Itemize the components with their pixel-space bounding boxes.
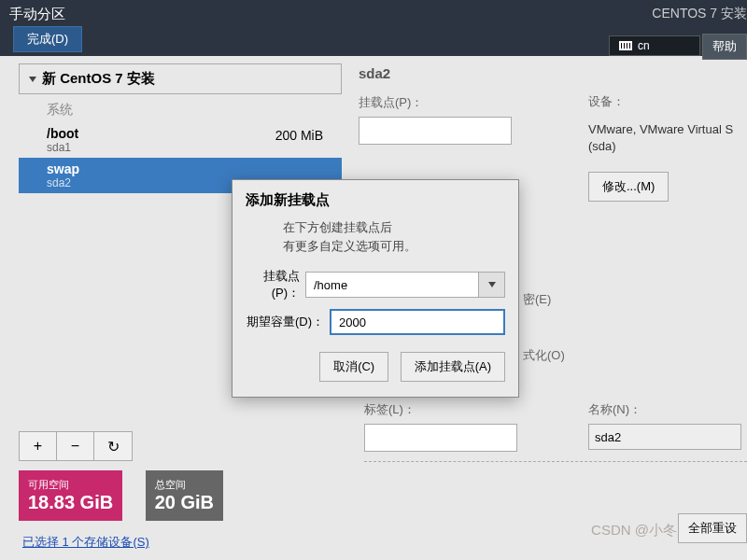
page-heading: 手动分区 — [9, 6, 65, 23]
name-input[interactable] — [588, 424, 741, 450]
total-value: 20 GiB — [155, 492, 214, 513]
chevron-down-icon — [29, 77, 36, 82]
partition-item-boot[interactable]: /boot sda1 200 MiB — [19, 122, 342, 158]
dialog-desc-2: 有更多自定义选项可用。 — [283, 239, 416, 253]
add-mount-point-dialog: 添加新挂载点 在下方创建挂载点后 有更多自定义选项可用。 挂载点(P)： 期望容… — [232, 179, 519, 398]
total-label: 总空间 — [155, 478, 214, 492]
device-text: VMware, VMware Virtual S (sda) — [588, 121, 747, 155]
encrypt-label: 密(E) — [523, 291, 551, 308]
device-label: 设备： — [588, 93, 747, 110]
partition-toolbar: + − ↻ — [19, 431, 133, 461]
avail-value: 18.83 GiB — [28, 492, 113, 513]
remove-partition-button[interactable]: − — [57, 432, 94, 460]
desired-capacity-input[interactable] — [330, 309, 505, 335]
reload-button[interactable]: ↻ — [94, 432, 132, 460]
avail-label: 可用空间 — [28, 478, 113, 492]
name-field-label: 名称(N)： — [588, 401, 741, 418]
label-field-label: 标签(L)： — [364, 401, 517, 418]
mount-point-combo-input[interactable] — [305, 272, 479, 298]
selected-partition-title: sda2 — [359, 65, 747, 81]
partition-device: sda1 — [47, 141, 332, 154]
keyboard-icon — [619, 41, 632, 50]
mount-point-dropdown-button[interactable] — [479, 272, 505, 298]
mount-point-input[interactable] — [359, 117, 512, 145]
add-partition-button[interactable]: + — [20, 432, 57, 460]
format-label: 式化(O) — [523, 347, 565, 364]
cancel-button[interactable]: 取消(C) — [319, 352, 388, 382]
lang-code: cn — [638, 39, 650, 52]
system-group-label: 系统 — [19, 94, 342, 122]
dialog-size-label: 期望容量(D)： — [246, 314, 330, 330]
mount-point-combo[interactable] — [305, 272, 505, 298]
installer-title: CENTOS 7 安装 — [652, 6, 747, 22]
dialog-desc-1: 在下方创建挂载点后 — [283, 220, 392, 234]
watermark: CSDN @小冬瓜 — [591, 522, 691, 539]
total-space-badge: 总空间 20 GiB — [146, 470, 223, 521]
done-button[interactable]: 完成(D) — [13, 26, 82, 52]
install-header-label: 新 CentOS 7 安装 — [42, 70, 155, 88]
dialog-title: 添加新挂载点 — [246, 191, 505, 209]
add-mount-point-button[interactable]: 添加挂载点(A) — [401, 352, 505, 382]
install-header[interactable]: 新 CentOS 7 安装 — [19, 63, 342, 94]
label-input[interactable] — [364, 424, 517, 452]
available-space-badge: 可用空间 18.83 GiB — [19, 470, 122, 521]
dialog-mount-label: 挂载点(P)： — [246, 268, 305, 301]
reset-all-button[interactable]: 全部重设 — [678, 513, 747, 543]
partition-size: 200 MiB — [275, 128, 323, 143]
chevron-down-icon — [488, 282, 496, 287]
keyboard-layout[interactable]: cn — [609, 35, 700, 56]
partition-name: swap — [47, 161, 332, 176]
modify-device-button[interactable]: 修改...(M) — [588, 172, 669, 202]
